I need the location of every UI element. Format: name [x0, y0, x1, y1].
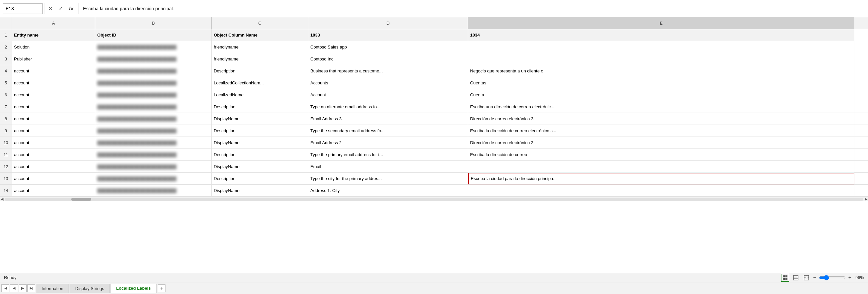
cell-a9[interactable]: account	[12, 125, 95, 137]
cell-c8[interactable]: DisplayName	[212, 113, 308, 124]
cell-c13[interactable]: Description	[212, 173, 308, 184]
cell-e14[interactable]	[468, 185, 854, 196]
tab-nav-last[interactable]: ▶|	[27, 284, 35, 292]
cell-e3[interactable]	[468, 53, 854, 65]
cell-d5[interactable]: Accounts	[308, 77, 468, 89]
cell-b4[interactable]: ████████████████████████████	[95, 65, 212, 77]
zoom-decrease-icon[interactable]: −	[813, 275, 816, 281]
cell-c12[interactable]: DisplayName	[212, 161, 308, 173]
cell-b14[interactable]: ████████████████████████████	[95, 185, 212, 196]
cell-c1[interactable]: Object Column Name	[212, 29, 308, 41]
cell-a2[interactable]: Solution	[12, 41, 95, 53]
cell-a8[interactable]: account	[12, 113, 95, 124]
cell-e9[interactable]: Escriba la dirección de correo electróni…	[468, 125, 854, 137]
cell-e2[interactable]	[468, 41, 854, 53]
col-header-c[interactable]: C	[212, 17, 308, 29]
zoom-increase-icon[interactable]: +	[848, 275, 851, 281]
cell-c5[interactable]: LocalizedCollectionNam...	[212, 77, 308, 89]
tab-nav-prev[interactable]: ◀	[10, 284, 18, 292]
confirm-formula-icon[interactable]: ✓	[57, 5, 64, 12]
cell-a12[interactable]: account	[12, 161, 95, 173]
cell-b1[interactable]: Object ID	[95, 29, 212, 41]
scroll-thumb[interactable]	[71, 198, 91, 200]
cell-b9[interactable]: ████████████████████████████	[95, 125, 212, 137]
cell-c4[interactable]: Description	[212, 65, 308, 77]
cell-d14[interactable]: Address 1: City	[308, 185, 468, 196]
col-header-b[interactable]: B	[95, 17, 212, 29]
cell-c7[interactable]: Description	[212, 101, 308, 113]
cell-d1[interactable]: 1033	[308, 29, 468, 41]
tab-nav-first[interactable]: |◀	[1, 284, 9, 292]
cancel-formula-icon[interactable]: ✕	[47, 5, 54, 12]
cell-e7[interactable]: Escriba una dirección de correo electrón…	[468, 101, 854, 113]
insert-function-icon[interactable]: fx	[68, 5, 74, 12]
cell-a3[interactable]: Publisher	[12, 53, 95, 65]
cell-e5[interactable]: Cuentas	[468, 77, 854, 89]
col-header-e[interactable]: E	[468, 17, 854, 29]
col-header-d[interactable]: D	[308, 17, 468, 29]
cell-a11[interactable]: account	[12, 149, 95, 160]
cell-a1[interactable]: Entity name	[12, 29, 95, 41]
cell-a5[interactable]: account	[12, 77, 95, 89]
cell-c6[interactable]: LocalizedName	[212, 89, 308, 101]
page-layout-button[interactable]	[792, 274, 800, 282]
page-break-button[interactable]	[802, 274, 810, 282]
cell-e10[interactable]: Dirección de correo electrónico 2	[468, 137, 854, 148]
cell-b12[interactable]: ████████████████████████████	[95, 161, 212, 173]
cell-a4[interactable]: account	[12, 65, 95, 77]
cell-b2[interactable]: ████████████████████████████	[95, 41, 212, 53]
horizontal-scrollbar[interactable]: ◀ ▶	[0, 197, 868, 201]
sheet-tabs-bar: |◀ ◀ ▶ ▶| Information Display Strings Lo…	[0, 282, 868, 294]
cell-b5[interactable]: ████████████████████████████	[95, 77, 212, 89]
cell-e8[interactable]: Dirección de correo electrónico 3	[468, 113, 854, 124]
cell-d2[interactable]: Contoso Sales app	[308, 41, 468, 53]
cell-d8[interactable]: Email Address 3	[308, 113, 468, 124]
cell-c14[interactable]: DisplayName	[212, 185, 308, 196]
cell-d11[interactable]: Type the primary email address for t...	[308, 149, 468, 160]
cell-c2[interactable]: friendlyname	[212, 41, 308, 53]
cell-e4[interactable]: Negocio que representa a un cliente o	[468, 65, 854, 77]
cell-b6[interactable]: ████████████████████████████	[95, 89, 212, 101]
table-row: 7 account ████████████████████████████ D…	[0, 101, 868, 113]
cell-d10[interactable]: Email Address 2	[308, 137, 468, 148]
cell-b13[interactable]: ████████████████████████████	[95, 173, 212, 184]
cell-reference-box[interactable]: E13	[3, 3, 42, 14]
cell-d7[interactable]: Type an alternate email address fo...	[308, 101, 468, 113]
cell-d6[interactable]: Account	[308, 89, 468, 101]
cell-a13[interactable]: account	[12, 173, 95, 184]
cell-a10[interactable]: account	[12, 137, 95, 148]
normal-view-button[interactable]	[781, 274, 789, 282]
formula-input[interactable]	[81, 3, 865, 14]
cell-d12[interactable]: Email	[308, 161, 468, 173]
cell-b11[interactable]: ████████████████████████████	[95, 149, 212, 160]
cell-c11[interactable]: Description	[212, 149, 308, 160]
cell-e12[interactable]	[468, 161, 854, 173]
cell-a6[interactable]: account	[12, 89, 95, 101]
cell-e6[interactable]: Cuenta	[468, 89, 854, 101]
tab-display-strings[interactable]: Display Strings	[70, 284, 110, 293]
cell-e13[interactable]: Escriba la ciudad para la dirección prin…	[468, 173, 854, 184]
cell-c9[interactable]: Description	[212, 125, 308, 137]
scroll-right-icon[interactable]: ▶	[865, 197, 867, 201]
tab-information[interactable]: Information	[36, 284, 69, 293]
cell-c10[interactable]: DisplayName	[212, 137, 308, 148]
cell-d4[interactable]: Business that represents a custome...	[308, 65, 468, 77]
cell-e11[interactable]: Escriba la dirección de correo	[468, 149, 854, 160]
scroll-left-icon[interactable]: ◀	[1, 197, 3, 201]
cell-d3[interactable]: Contoso Inc	[308, 53, 468, 65]
cell-e1[interactable]: 1034	[468, 29, 854, 41]
cell-b3[interactable]: ████████████████████████████	[95, 53, 212, 65]
add-sheet-button[interactable]: +	[158, 284, 166, 292]
cell-b10[interactable]: ████████████████████████████	[95, 137, 212, 148]
zoom-slider[interactable]	[819, 275, 846, 281]
cell-a7[interactable]: account	[12, 101, 95, 113]
col-header-a[interactable]: A	[12, 17, 95, 29]
cell-b7[interactable]: ████████████████████████████	[95, 101, 212, 113]
cell-d13[interactable]: Type the city for the primary addres...	[308, 173, 468, 184]
cell-d9[interactable]: Type the secondary email address fo...	[308, 125, 468, 137]
cell-a14[interactable]: account	[12, 185, 95, 196]
tab-nav-next[interactable]: ▶	[19, 284, 27, 292]
tab-localized-labels[interactable]: Localized Labels	[111, 284, 156, 293]
cell-b8[interactable]: ████████████████████████████	[95, 113, 212, 124]
cell-c3[interactable]: friendlyname	[212, 53, 308, 65]
